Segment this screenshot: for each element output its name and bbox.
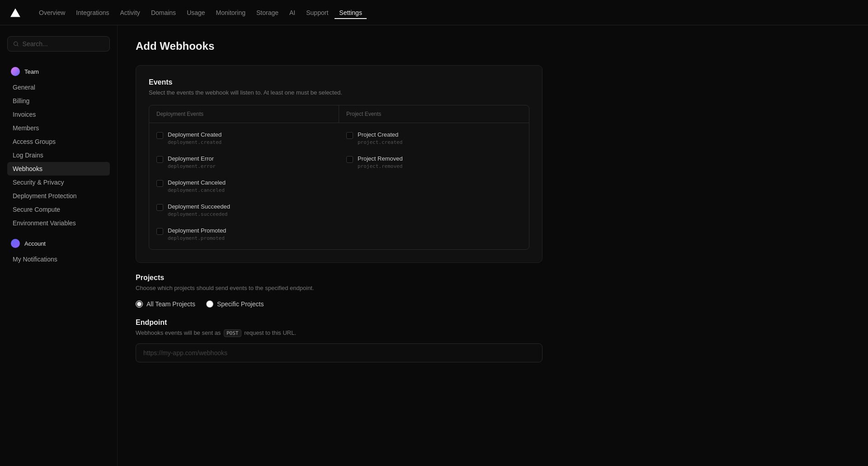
sidebar-item-general[interactable]: General — [7, 81, 110, 94]
event-name: Deployment Created — [168, 131, 222, 138]
projects-title: Projects — [136, 274, 542, 282]
event-name: Deployment Canceled — [168, 179, 226, 186]
sidebar: Team GeneralBillingInvoicesMembersAccess… — [0, 25, 118, 466]
project-events-col: Project Createdproject.createdProject Re… — [339, 123, 529, 249]
nav-link-overview[interactable]: Overview — [34, 6, 70, 19]
event-item-deployment.promoted[interactable]: Deployment Promoteddeployment.promoted — [153, 223, 335, 246]
radio-input-specific[interactable] — [206, 300, 213, 308]
event-code: deployment.succeeded — [168, 211, 230, 217]
events-description: Select the events the webhook will liste… — [149, 89, 529, 96]
event-item-deployment.created[interactable]: Deployment Createddeployment.created — [153, 127, 335, 150]
sidebar-item-webhooks[interactable]: Webhooks — [7, 162, 110, 176]
event-code: deployment.canceled — [168, 187, 226, 193]
account-section-label: Account — [7, 236, 110, 251]
account-label: Account — [24, 240, 46, 247]
radio-label-specific: Specific Projects — [217, 300, 264, 308]
nav-link-support[interactable]: Support — [302, 6, 333, 19]
sidebar-item-invoices[interactable]: Invoices — [7, 108, 110, 121]
event-name: Deployment Error — [168, 155, 216, 162]
sidebar-item-security---privacy[interactable]: Security & Privacy — [7, 176, 110, 189]
main-content: Add Webhooks Events Select the events th… — [118, 25, 868, 466]
nav-link-integrations[interactable]: Integrations — [71, 6, 113, 19]
event-code: deployment.promoted — [168, 235, 226, 241]
sidebar-item-environment-variables[interactable]: Environment Variables — [7, 216, 110, 230]
sidebar-item-secure-compute[interactable]: Secure Compute — [7, 203, 110, 216]
projects-section: Projects Choose which projects should se… — [136, 274, 542, 308]
team-label: Team — [24, 68, 39, 75]
svg-line-2 — [17, 45, 18, 46]
logo[interactable] — [9, 6, 22, 19]
event-item-project.removed[interactable]: Project Removedproject.removed — [343, 151, 525, 174]
event-name: Project Created — [358, 131, 402, 138]
event-checkbox-deployment.promoted[interactable] — [156, 228, 163, 235]
event-checkbox-project.removed[interactable] — [346, 156, 353, 163]
event-code: deployment.error — [168, 163, 216, 169]
top-nav: OverviewIntegrationsActivityDomainsUsage… — [0, 0, 868, 25]
event-name: Deployment Succeeded — [168, 203, 230, 210]
event-name: Deployment Promoted — [168, 227, 226, 234]
radio-input-all[interactable] — [136, 300, 143, 308]
account-nav: My Notifications — [7, 252, 110, 266]
event-checkbox-deployment.succeeded[interactable] — [156, 204, 163, 211]
search-input[interactable] — [23, 40, 104, 48]
svg-marker-0 — [10, 8, 20, 17]
radio-option-all[interactable]: All Team Projects — [136, 300, 195, 308]
sidebar-item-members[interactable]: Members — [7, 121, 110, 135]
event-checkbox-deployment.error[interactable] — [156, 156, 163, 163]
team-avatar — [11, 67, 20, 76]
sidebar-item-log-drains[interactable]: Log Drains — [7, 148, 110, 162]
event-code: deployment.created — [168, 139, 222, 145]
nav-link-activity[interactable]: Activity — [116, 6, 145, 19]
page-title: Add Webhooks — [136, 40, 850, 52]
nav-link-ai[interactable]: AI — [285, 6, 300, 19]
event-code: project.removed — [358, 163, 403, 169]
projects-description: Choose which projects should send events… — [136, 285, 542, 291]
event-item-deployment.succeeded[interactable]: Deployment Succeededdeployment.succeeded — [153, 199, 335, 222]
team-section-label: Team — [7, 64, 110, 79]
team-nav: GeneralBillingInvoicesMembersAccess Grou… — [7, 81, 110, 230]
events-title: Events — [149, 78, 529, 86]
endpoint-input[interactable] — [136, 343, 542, 362]
project-col-header: Project Events — [339, 105, 529, 123]
nav-link-domains[interactable]: Domains — [146, 6, 180, 19]
endpoint-description: Webhooks events will be sent as POST req… — [136, 329, 542, 337]
deployment-col-header: Deployment Events — [149, 105, 339, 123]
events-card: Events Select the events the webhook wil… — [136, 65, 542, 263]
event-item-project.created[interactable]: Project Createdproject.created — [343, 127, 525, 150]
main-layout: Team GeneralBillingInvoicesMembersAccess… — [0, 25, 868, 466]
event-item-deployment.error[interactable]: Deployment Errordeployment.error — [153, 151, 335, 174]
endpoint-desc-suffix: request to this URL. — [244, 329, 296, 336]
endpoint-desc-prefix: Webhooks events will be sent as — [136, 329, 221, 336]
nav-link-monitoring[interactable]: Monitoring — [212, 6, 250, 19]
sidebar-item-billing[interactable]: Billing — [7, 94, 110, 108]
search-box[interactable] — [7, 36, 110, 52]
radio-label-all: All Team Projects — [146, 300, 195, 308]
nav-link-storage[interactable]: Storage — [252, 6, 283, 19]
post-badge: POST — [224, 329, 241, 337]
deployment-events-col: Deployment Createddeployment.createdDepl… — [149, 123, 339, 249]
sidebar-item-deployment-protection[interactable]: Deployment Protection — [7, 189, 110, 203]
project-radio-group: All Team ProjectsSpecific Projects — [136, 300, 542, 308]
nav-link-settings[interactable]: Settings — [335, 6, 367, 19]
event-checkbox-deployment.created[interactable] — [156, 132, 163, 139]
event-name: Project Removed — [358, 155, 403, 162]
event-code: project.created — [358, 139, 402, 145]
account-avatar — [11, 239, 20, 248]
radio-option-specific[interactable]: Specific Projects — [206, 300, 264, 308]
event-item-deployment.canceled[interactable]: Deployment Canceleddeployment.canceled — [153, 175, 335, 198]
nav-link-usage[interactable]: Usage — [182, 6, 209, 19]
event-checkbox-deployment.canceled[interactable] — [156, 180, 163, 187]
nav-links: OverviewIntegrationsActivityDomainsUsage… — [34, 6, 859, 19]
event-checkbox-project.created[interactable] — [346, 132, 353, 139]
sidebar-item-access-groups[interactable]: Access Groups — [7, 135, 110, 148]
endpoint-title: Endpoint — [136, 319, 542, 327]
endpoint-section: Endpoint Webhooks events will be sent as… — [136, 319, 542, 362]
sidebar-item-my-notifications[interactable]: My Notifications — [7, 252, 110, 266]
events-grid: Deployment Events Project Events Deploym… — [149, 105, 529, 250]
search-icon — [13, 41, 19, 47]
